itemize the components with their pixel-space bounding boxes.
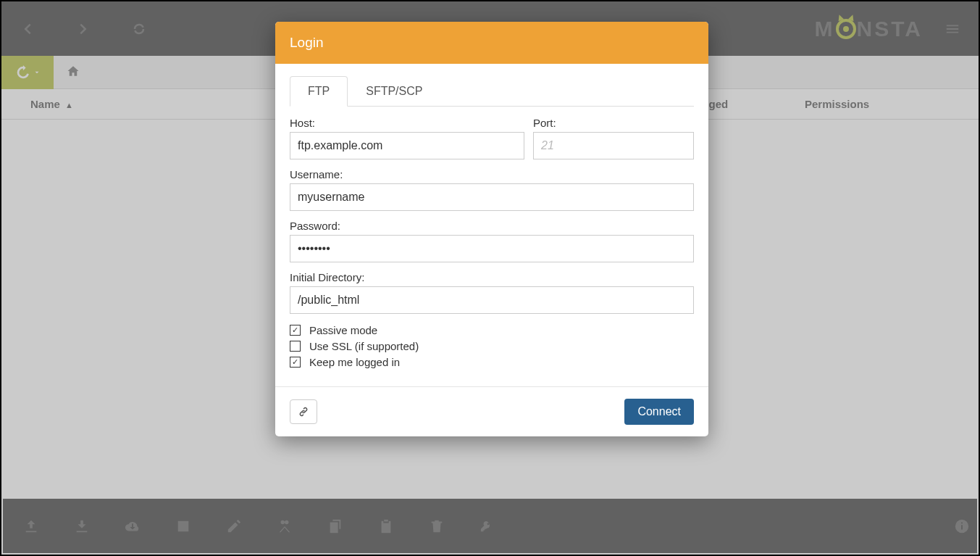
tab-sftp[interactable]: SFTP/SCP <box>348 76 440 107</box>
initial-dir-input[interactable] <box>290 286 694 314</box>
connect-button[interactable]: Connect <box>624 399 694 425</box>
username-label: Username: <box>290 168 694 181</box>
modal-title: Login <box>275 22 708 64</box>
passive-label: Passive mode <box>309 324 377 336</box>
login-modal: Login FTP SFTP/SCP Host: Port: Username: <box>275 22 708 436</box>
passive-checkbox[interactable]: ✓ <box>290 325 301 336</box>
remember-label: Keep me logged in <box>309 356 400 368</box>
remember-checkbox[interactable]: ✓ <box>290 357 301 368</box>
ssl-checkbox[interactable] <box>290 341 301 352</box>
initial-dir-label: Initial Directory: <box>290 271 694 283</box>
link-button[interactable] <box>290 399 317 424</box>
ssl-label: Use SSL (if supported) <box>309 340 419 352</box>
login-tabs: FTP SFTP/SCP <box>290 75 694 107</box>
password-label: Password: <box>290 220 694 232</box>
port-input[interactable] <box>533 132 694 159</box>
tab-ftp[interactable]: FTP <box>290 76 348 107</box>
password-input[interactable] <box>290 235 694 262</box>
host-input[interactable] <box>290 132 524 159</box>
host-label: Host: <box>290 117 524 129</box>
port-label: Port: <box>533 117 694 129</box>
username-input[interactable] <box>290 183 694 211</box>
